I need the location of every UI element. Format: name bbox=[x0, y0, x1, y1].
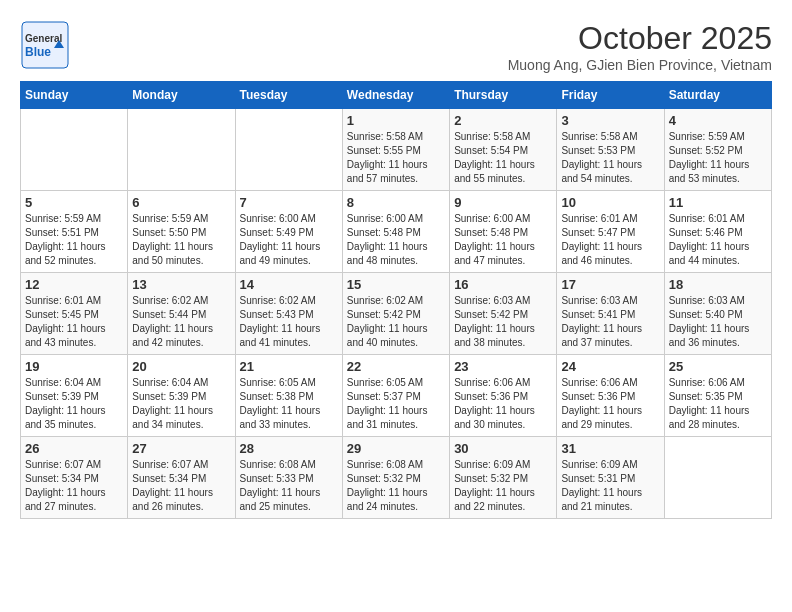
day-number: 5 bbox=[25, 195, 123, 210]
calendar-cell: 26Sunrise: 6:07 AMSunset: 5:34 PMDayligh… bbox=[21, 437, 128, 519]
day-info: Sunrise: 6:07 AMSunset: 5:34 PMDaylight:… bbox=[132, 458, 230, 514]
logo-icon: General Blue bbox=[20, 20, 70, 70]
svg-text:Blue: Blue bbox=[25, 45, 51, 59]
day-number: 28 bbox=[240, 441, 338, 456]
day-info: Sunrise: 6:03 AMSunset: 5:42 PMDaylight:… bbox=[454, 294, 552, 350]
day-info: Sunrise: 6:05 AMSunset: 5:38 PMDaylight:… bbox=[240, 376, 338, 432]
day-info: Sunrise: 6:03 AMSunset: 5:40 PMDaylight:… bbox=[669, 294, 767, 350]
day-info: Sunrise: 6:06 AMSunset: 5:35 PMDaylight:… bbox=[669, 376, 767, 432]
day-number: 20 bbox=[132, 359, 230, 374]
day-info: Sunrise: 6:09 AMSunset: 5:32 PMDaylight:… bbox=[454, 458, 552, 514]
day-info: Sunrise: 5:58 AMSunset: 5:54 PMDaylight:… bbox=[454, 130, 552, 186]
calendar-cell: 8Sunrise: 6:00 AMSunset: 5:48 PMDaylight… bbox=[342, 191, 449, 273]
day-number: 30 bbox=[454, 441, 552, 456]
day-number: 26 bbox=[25, 441, 123, 456]
header-wednesday: Wednesday bbox=[342, 82, 449, 109]
day-number: 13 bbox=[132, 277, 230, 292]
day-info: Sunrise: 6:04 AMSunset: 5:39 PMDaylight:… bbox=[132, 376, 230, 432]
calendar-week-1: 1Sunrise: 5:58 AMSunset: 5:55 PMDaylight… bbox=[21, 109, 772, 191]
day-number: 1 bbox=[347, 113, 445, 128]
day-info: Sunrise: 6:01 AMSunset: 5:47 PMDaylight:… bbox=[561, 212, 659, 268]
day-number: 11 bbox=[669, 195, 767, 210]
calendar-cell: 23Sunrise: 6:06 AMSunset: 5:36 PMDayligh… bbox=[450, 355, 557, 437]
day-number: 8 bbox=[347, 195, 445, 210]
title-block: October 2025 Muong Ang, GJien Bien Provi… bbox=[508, 20, 772, 73]
page-header: General Blue October 2025 Muong Ang, GJi… bbox=[20, 20, 772, 73]
day-info: Sunrise: 6:04 AMSunset: 5:39 PMDaylight:… bbox=[25, 376, 123, 432]
calendar-cell: 28Sunrise: 6:08 AMSunset: 5:33 PMDayligh… bbox=[235, 437, 342, 519]
calendar-cell: 5Sunrise: 5:59 AMSunset: 5:51 PMDaylight… bbox=[21, 191, 128, 273]
calendar-week-5: 26Sunrise: 6:07 AMSunset: 5:34 PMDayligh… bbox=[21, 437, 772, 519]
day-info: Sunrise: 6:08 AMSunset: 5:32 PMDaylight:… bbox=[347, 458, 445, 514]
calendar-cell: 1Sunrise: 5:58 AMSunset: 5:55 PMDaylight… bbox=[342, 109, 449, 191]
day-number: 27 bbox=[132, 441, 230, 456]
calendar-cell: 4Sunrise: 5:59 AMSunset: 5:52 PMDaylight… bbox=[664, 109, 771, 191]
calendar-cell: 9Sunrise: 6:00 AMSunset: 5:48 PMDaylight… bbox=[450, 191, 557, 273]
day-info: Sunrise: 6:01 AMSunset: 5:45 PMDaylight:… bbox=[25, 294, 123, 350]
day-number: 14 bbox=[240, 277, 338, 292]
calendar-table: SundayMondayTuesdayWednesdayThursdayFrid… bbox=[20, 81, 772, 519]
day-number: 2 bbox=[454, 113, 552, 128]
day-info: Sunrise: 6:05 AMSunset: 5:37 PMDaylight:… bbox=[347, 376, 445, 432]
calendar-cell: 13Sunrise: 6:02 AMSunset: 5:44 PMDayligh… bbox=[128, 273, 235, 355]
day-number: 10 bbox=[561, 195, 659, 210]
header-monday: Monday bbox=[128, 82, 235, 109]
calendar-week-3: 12Sunrise: 6:01 AMSunset: 5:45 PMDayligh… bbox=[21, 273, 772, 355]
day-info: Sunrise: 5:59 AMSunset: 5:52 PMDaylight:… bbox=[669, 130, 767, 186]
logo: General Blue bbox=[20, 20, 70, 70]
calendar-cell: 6Sunrise: 5:59 AMSunset: 5:50 PMDaylight… bbox=[128, 191, 235, 273]
day-number: 23 bbox=[454, 359, 552, 374]
calendar-cell bbox=[664, 437, 771, 519]
calendar-cell: 21Sunrise: 6:05 AMSunset: 5:38 PMDayligh… bbox=[235, 355, 342, 437]
header-tuesday: Tuesday bbox=[235, 82, 342, 109]
day-info: Sunrise: 6:06 AMSunset: 5:36 PMDaylight:… bbox=[454, 376, 552, 432]
calendar-cell: 24Sunrise: 6:06 AMSunset: 5:36 PMDayligh… bbox=[557, 355, 664, 437]
day-info: Sunrise: 6:09 AMSunset: 5:31 PMDaylight:… bbox=[561, 458, 659, 514]
day-info: Sunrise: 5:58 AMSunset: 5:55 PMDaylight:… bbox=[347, 130, 445, 186]
day-number: 19 bbox=[25, 359, 123, 374]
day-number: 31 bbox=[561, 441, 659, 456]
day-info: Sunrise: 5:59 AMSunset: 5:51 PMDaylight:… bbox=[25, 212, 123, 268]
calendar-cell: 25Sunrise: 6:06 AMSunset: 5:35 PMDayligh… bbox=[664, 355, 771, 437]
day-number: 3 bbox=[561, 113, 659, 128]
day-info: Sunrise: 6:03 AMSunset: 5:41 PMDaylight:… bbox=[561, 294, 659, 350]
day-number: 7 bbox=[240, 195, 338, 210]
calendar-cell: 20Sunrise: 6:04 AMSunset: 5:39 PMDayligh… bbox=[128, 355, 235, 437]
day-number: 17 bbox=[561, 277, 659, 292]
day-number: 6 bbox=[132, 195, 230, 210]
calendar-cell: 16Sunrise: 6:03 AMSunset: 5:42 PMDayligh… bbox=[450, 273, 557, 355]
day-info: Sunrise: 5:58 AMSunset: 5:53 PMDaylight:… bbox=[561, 130, 659, 186]
calendar-cell: 12Sunrise: 6:01 AMSunset: 5:45 PMDayligh… bbox=[21, 273, 128, 355]
day-number: 16 bbox=[454, 277, 552, 292]
calendar-cell bbox=[21, 109, 128, 191]
location-title: Muong Ang, GJien Bien Province, Vietnam bbox=[508, 57, 772, 73]
svg-text:General: General bbox=[25, 33, 62, 44]
day-number: 4 bbox=[669, 113, 767, 128]
header-thursday: Thursday bbox=[450, 82, 557, 109]
calendar-cell: 3Sunrise: 5:58 AMSunset: 5:53 PMDaylight… bbox=[557, 109, 664, 191]
day-info: Sunrise: 6:08 AMSunset: 5:33 PMDaylight:… bbox=[240, 458, 338, 514]
calendar-header-row: SundayMondayTuesdayWednesdayThursdayFrid… bbox=[21, 82, 772, 109]
month-title: October 2025 bbox=[508, 20, 772, 57]
calendar-cell: 31Sunrise: 6:09 AMSunset: 5:31 PMDayligh… bbox=[557, 437, 664, 519]
calendar-cell: 15Sunrise: 6:02 AMSunset: 5:42 PMDayligh… bbox=[342, 273, 449, 355]
header-sunday: Sunday bbox=[21, 82, 128, 109]
calendar-cell: 18Sunrise: 6:03 AMSunset: 5:40 PMDayligh… bbox=[664, 273, 771, 355]
day-info: Sunrise: 6:07 AMSunset: 5:34 PMDaylight:… bbox=[25, 458, 123, 514]
day-info: Sunrise: 6:00 AMSunset: 5:48 PMDaylight:… bbox=[454, 212, 552, 268]
calendar-cell: 27Sunrise: 6:07 AMSunset: 5:34 PMDayligh… bbox=[128, 437, 235, 519]
calendar-week-2: 5Sunrise: 5:59 AMSunset: 5:51 PMDaylight… bbox=[21, 191, 772, 273]
day-number: 9 bbox=[454, 195, 552, 210]
header-friday: Friday bbox=[557, 82, 664, 109]
header-saturday: Saturday bbox=[664, 82, 771, 109]
day-info: Sunrise: 6:02 AMSunset: 5:43 PMDaylight:… bbox=[240, 294, 338, 350]
day-info: Sunrise: 6:01 AMSunset: 5:46 PMDaylight:… bbox=[669, 212, 767, 268]
day-number: 22 bbox=[347, 359, 445, 374]
calendar-cell bbox=[235, 109, 342, 191]
calendar-cell: 30Sunrise: 6:09 AMSunset: 5:32 PMDayligh… bbox=[450, 437, 557, 519]
day-info: Sunrise: 5:59 AMSunset: 5:50 PMDaylight:… bbox=[132, 212, 230, 268]
calendar-cell: 11Sunrise: 6:01 AMSunset: 5:46 PMDayligh… bbox=[664, 191, 771, 273]
calendar-cell: 10Sunrise: 6:01 AMSunset: 5:47 PMDayligh… bbox=[557, 191, 664, 273]
calendar-cell: 17Sunrise: 6:03 AMSunset: 5:41 PMDayligh… bbox=[557, 273, 664, 355]
day-number: 21 bbox=[240, 359, 338, 374]
